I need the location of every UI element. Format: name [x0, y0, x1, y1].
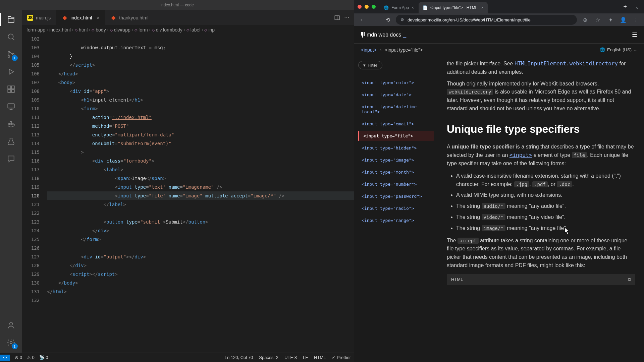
sidebar-nav-item[interactable]: <input type="datetime-local">: [358, 102, 434, 117]
svg-point-2: [8, 56, 9, 57]
sidebar-nav-item[interactable]: <input type="month">: [358, 167, 434, 177]
comments-icon[interactable]: [6, 154, 16, 164]
svg-point-0: [8, 34, 13, 39]
sidebar-nav-item[interactable]: <input type="number">: [358, 179, 434, 189]
favicon-icon: 🌐: [384, 5, 389, 10]
site-info-icon[interactable]: ⚙: [400, 17, 404, 22]
bookmark-icon[interactable]: ☆: [593, 15, 602, 24]
status-encoding[interactable]: UTF-8: [284, 355, 297, 360]
tab-label: thankyou.html: [119, 15, 148, 20]
html-file-icon: ◆: [62, 15, 68, 21]
remote-indicator[interactable]: [0, 355, 10, 361]
address-bar[interactable]: ⚙ developer.mozilla.org/en-US/docs/Web/H…: [396, 15, 577, 25]
tab-label: index.html: [70, 15, 92, 20]
extensions-puzzle-icon[interactable]: ✦: [606, 15, 615, 24]
browser-menu-icon[interactable]: ⋮: [631, 15, 641, 24]
link-webkitdirectory[interactable]: HTMLInputElement.webkitdirectory: [515, 60, 618, 67]
svg-rect-7: [11, 86, 14, 89]
status-eol[interactable]: LF: [303, 355, 308, 360]
maximize-window-icon[interactable]: [372, 5, 376, 9]
window-controls[interactable]: [358, 5, 376, 9]
testing-icon[interactable]: [6, 136, 16, 147]
explorer-icon[interactable]: [6, 14, 16, 25]
close-tab-icon[interactable]: ×: [97, 15, 99, 20]
accounts-icon[interactable]: [6, 320, 16, 330]
sidebar-nav-item[interactable]: <input type="hidden">: [358, 143, 434, 153]
browser-tab[interactable]: 📄<input type="file"> - HTML:×: [419, 2, 488, 13]
new-tab-button[interactable]: +: [620, 3, 630, 10]
sidebar-nav-item[interactable]: <input type="email">: [358, 119, 434, 129]
filter-input[interactable]: ▾Filter: [358, 61, 382, 69]
sidebar-nav-item[interactable]: <input type="range">: [358, 215, 434, 226]
symbol-icon: ◇: [135, 28, 137, 32]
sidebar-nav-item[interactable]: <input type="color">: [358, 77, 434, 88]
filter-icon: ▾: [363, 63, 366, 68]
status-spaces[interactable]: Spaces: 2: [259, 355, 278, 360]
favicon-icon: 📄: [423, 5, 428, 10]
hamburger-menu-icon[interactable]: ☰: [632, 31, 637, 39]
language-selector[interactable]: 🌐 English (US) ⌄: [600, 47, 637, 52]
expand-tabs-icon[interactable]: ⌄: [630, 4, 644, 10]
sidebar-nav-item[interactable]: <input type="date">: [358, 89, 434, 100]
search-icon[interactable]: [6, 32, 16, 42]
symbol-icon: ◇: [186, 28, 189, 32]
breadcrumb-item[interactable]: ◇div.formbody: [152, 27, 182, 33]
close-window-icon[interactable]: [358, 5, 362, 9]
sidebar-nav-item[interactable]: <input type="file">: [358, 131, 434, 141]
breadcrumb-item[interactable]: form-app: [26, 27, 45, 33]
reload-button[interactable]: ⟲: [383, 15, 392, 24]
svg-rect-5: [8, 89, 11, 93]
editor-tab[interactable]: ◆thankyou.html: [105, 10, 154, 25]
settings-icon[interactable]: 1: [6, 337, 16, 348]
source-control-icon[interactable]: 1: [6, 49, 16, 60]
link-input-element[interactable]: <input>: [509, 152, 532, 158]
list-item: A valid case-insensitive filename extens…: [456, 172, 635, 189]
back-button[interactable]: ←: [358, 15, 367, 24]
status-errors[interactable]: ⊘ 0: [15, 355, 22, 360]
sidebar-nav-item[interactable]: <input type="image">: [358, 155, 434, 165]
editor-tab[interactable]: JSmain.js: [22, 10, 56, 25]
breadcrumb-item[interactable]: index.html: [49, 27, 71, 33]
breadcrumb-item[interactable]: ◇inp: [204, 27, 215, 33]
svg-rect-10: [10, 123, 11, 125]
minimize-window-icon[interactable]: [365, 5, 369, 9]
breadcrumb-link[interactable]: <input>: [361, 47, 377, 53]
sidebar-nav-item[interactable]: <input type="radio">: [358, 203, 434, 214]
vscode-titlebar: index.html — code: [0, 0, 354, 10]
code-editor[interactable]: 1021031041051061071081091101111121131141…: [22, 35, 354, 353]
breadcrumb-item[interactable]: ◇form: [135, 27, 148, 33]
copy-icon[interactable]: ⧉: [628, 276, 631, 283]
breadcrumb-item[interactable]: ◇html: [75, 27, 88, 33]
profile-icon[interactable]: 👤: [619, 15, 628, 24]
mdn-logo[interactable]: mdn web docs_: [361, 32, 406, 38]
breadcrumb-item[interactable]: ◇label: [186, 27, 201, 33]
status-warnings[interactable]: ⚠ 0: [27, 355, 35, 360]
forward-button[interactable]: →: [370, 15, 380, 24]
js-file-icon: JS: [27, 15, 33, 21]
status-ports[interactable]: 📡 0: [39, 355, 48, 360]
status-prettier[interactable]: ✓ Prettier: [332, 355, 351, 360]
docker-icon[interactable]: [6, 119, 16, 129]
status-language[interactable]: HTML: [314, 355, 326, 360]
browser-tab[interactable]: 🌐Form App×: [380, 2, 418, 13]
editor-tab[interactable]: ◆index.html×: [56, 10, 105, 25]
close-tab-icon[interactable]: ×: [481, 5, 484, 10]
split-editor-icon[interactable]: [334, 15, 340, 21]
remote-explorer-icon[interactable]: [6, 101, 16, 112]
breadcrumb-item[interactable]: ◇body: [92, 27, 106, 33]
status-position[interactable]: Ln 120, Col 70: [225, 355, 253, 360]
sidebar-nav-item[interactable]: <input type="password">: [358, 191, 434, 201]
list-item: The string image/* meaning "any image fi…: [456, 224, 635, 233]
install-app-icon[interactable]: ⊕: [580, 15, 590, 24]
run-debug-icon[interactable]: [6, 66, 16, 77]
html-file-icon: ◆: [110, 15, 116, 21]
chevron-right-icon: ›: [184, 27, 185, 32]
code-file: file: [572, 152, 587, 158]
list-item: The string audio/* meaning "any audio fi…: [456, 202, 635, 210]
more-actions-icon[interactable]: ⋯: [344, 14, 350, 21]
breadcrumb-item[interactable]: ◇div#app: [110, 27, 130, 33]
close-tab-icon[interactable]: ×: [412, 5, 414, 10]
extensions-icon[interactable]: [6, 84, 16, 95]
chevron-right-icon: ›: [89, 27, 90, 32]
breadcrumb[interactable]: form-app›index.html›◇html›◇body›◇div#app…: [22, 25, 354, 35]
